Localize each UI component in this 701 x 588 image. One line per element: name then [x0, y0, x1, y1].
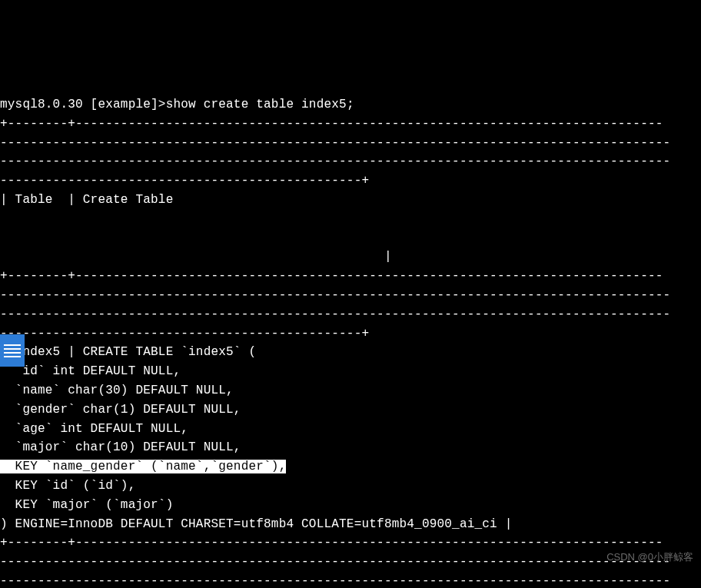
separator: ----------------------------------------…	[0, 555, 670, 569]
separator: ----------------------------------------…	[0, 154, 670, 168]
table-row: `major` char(10) DEFAULT NULL,	[0, 440, 241, 454]
terminal-output[interactable]: mysql8.0.30 [example]>show create table …	[0, 76, 701, 588]
hamburger-icon[interactable]	[0, 334, 25, 367]
table-row: | index5 | CREATE TABLE `index5` (	[0, 345, 256, 359]
table-row: ) ENGINE=InnoDB DEFAULT CHARSET=utf8mb4 …	[0, 517, 513, 531]
separator: ----------------------------------------…	[0, 288, 670, 302]
separator: ----------------------------------------…	[0, 307, 670, 321]
separator: ----------------------------------------…	[0, 136, 670, 150]
separator: +--------+------------------------------…	[0, 269, 663, 283]
table-row: KEY `id` (`id`),	[0, 479, 135, 493]
table-header-tail: |	[0, 250, 392, 264]
table-row-highlighted: KEY `name_gender` (`name`,`gender`),	[0, 460, 286, 473]
separator: +--------+------------------------------…	[0, 117, 663, 131]
separator: ----------------------------------------…	[0, 174, 369, 188]
watermark: CSDN @0小胖鲸客	[606, 550, 693, 565]
separator: ----------------------------------------…	[0, 574, 670, 588]
table-row: `name` char(30) DEFAULT NULL,	[0, 384, 234, 397]
separator: ----------------------------------------…	[0, 327, 369, 341]
table-row: `id` int DEFAULT NULL,	[0, 364, 181, 378]
table-header: | Table | Create Table	[0, 193, 173, 207]
table-row: `gender` char(1) DEFAULT NULL,	[0, 403, 241, 417]
separator: +--------+------------------------------…	[0, 536, 663, 550]
prompt: mysql8.0.30 [example]>	[0, 98, 166, 111]
table-row: KEY `major` (`major`)	[0, 498, 173, 512]
command-text: show create table index5;	[166, 98, 354, 111]
table-row: `age` int DEFAULT NULL,	[0, 422, 188, 436]
